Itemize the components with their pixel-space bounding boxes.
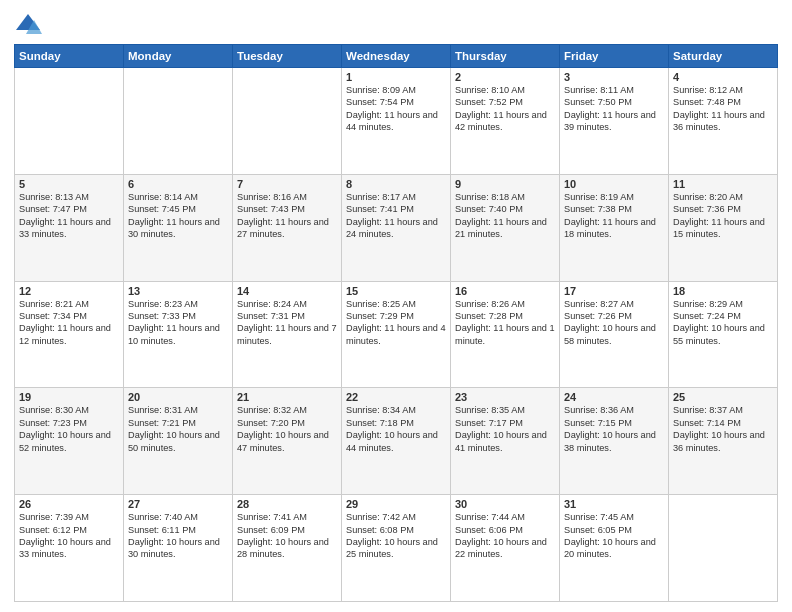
empty-cell bbox=[124, 68, 233, 175]
day-cell-14: 14Sunrise: 8:24 AMSunset: 7:31 PMDayligh… bbox=[233, 281, 342, 388]
day-number: 9 bbox=[455, 178, 555, 190]
day-cell-19: 19Sunrise: 8:30 AMSunset: 7:23 PMDayligh… bbox=[15, 388, 124, 495]
day-info: Sunrise: 7:40 AMSunset: 6:11 PMDaylight:… bbox=[128, 511, 228, 561]
day-cell-22: 22Sunrise: 8:34 AMSunset: 7:18 PMDayligh… bbox=[342, 388, 451, 495]
day-number: 11 bbox=[673, 178, 773, 190]
logo-icon bbox=[14, 10, 42, 38]
day-cell-25: 25Sunrise: 8:37 AMSunset: 7:14 PMDayligh… bbox=[669, 388, 778, 495]
weekday-header-saturday: Saturday bbox=[669, 45, 778, 68]
day-info: Sunrise: 8:09 AMSunset: 7:54 PMDaylight:… bbox=[346, 84, 446, 134]
weekday-header-wednesday: Wednesday bbox=[342, 45, 451, 68]
day-cell-4: 4Sunrise: 8:12 AMSunset: 7:48 PMDaylight… bbox=[669, 68, 778, 175]
day-number: 14 bbox=[237, 285, 337, 297]
day-info: Sunrise: 7:42 AMSunset: 6:08 PMDaylight:… bbox=[346, 511, 446, 561]
weekday-header-friday: Friday bbox=[560, 45, 669, 68]
day-info: Sunrise: 8:18 AMSunset: 7:40 PMDaylight:… bbox=[455, 191, 555, 241]
day-number: 26 bbox=[19, 498, 119, 510]
day-info: Sunrise: 8:17 AMSunset: 7:41 PMDaylight:… bbox=[346, 191, 446, 241]
day-cell-30: 30Sunrise: 7:44 AMSunset: 6:06 PMDayligh… bbox=[451, 495, 560, 602]
day-cell-9: 9Sunrise: 8:18 AMSunset: 7:40 PMDaylight… bbox=[451, 174, 560, 281]
day-info: Sunrise: 8:29 AMSunset: 7:24 PMDaylight:… bbox=[673, 298, 773, 348]
day-cell-15: 15Sunrise: 8:25 AMSunset: 7:29 PMDayligh… bbox=[342, 281, 451, 388]
empty-cell bbox=[15, 68, 124, 175]
day-info: Sunrise: 8:25 AMSunset: 7:29 PMDaylight:… bbox=[346, 298, 446, 348]
day-number: 1 bbox=[346, 71, 446, 83]
weekday-header-thursday: Thursday bbox=[451, 45, 560, 68]
week-row-2: 5Sunrise: 8:13 AMSunset: 7:47 PMDaylight… bbox=[15, 174, 778, 281]
day-number: 4 bbox=[673, 71, 773, 83]
day-cell-17: 17Sunrise: 8:27 AMSunset: 7:26 PMDayligh… bbox=[560, 281, 669, 388]
day-number: 16 bbox=[455, 285, 555, 297]
day-info: Sunrise: 8:34 AMSunset: 7:18 PMDaylight:… bbox=[346, 404, 446, 454]
day-number: 18 bbox=[673, 285, 773, 297]
day-number: 6 bbox=[128, 178, 228, 190]
empty-cell bbox=[233, 68, 342, 175]
day-number: 3 bbox=[564, 71, 664, 83]
day-info: Sunrise: 8:19 AMSunset: 7:38 PMDaylight:… bbox=[564, 191, 664, 241]
day-cell-18: 18Sunrise: 8:29 AMSunset: 7:24 PMDayligh… bbox=[669, 281, 778, 388]
day-cell-8: 8Sunrise: 8:17 AMSunset: 7:41 PMDaylight… bbox=[342, 174, 451, 281]
week-row-1: 1Sunrise: 8:09 AMSunset: 7:54 PMDaylight… bbox=[15, 68, 778, 175]
day-number: 17 bbox=[564, 285, 664, 297]
day-number: 28 bbox=[237, 498, 337, 510]
day-number: 21 bbox=[237, 391, 337, 403]
day-number: 25 bbox=[673, 391, 773, 403]
week-row-5: 26Sunrise: 7:39 AMSunset: 6:12 PMDayligh… bbox=[15, 495, 778, 602]
weekday-header-sunday: Sunday bbox=[15, 45, 124, 68]
day-number: 24 bbox=[564, 391, 664, 403]
day-cell-20: 20Sunrise: 8:31 AMSunset: 7:21 PMDayligh… bbox=[124, 388, 233, 495]
day-cell-26: 26Sunrise: 7:39 AMSunset: 6:12 PMDayligh… bbox=[15, 495, 124, 602]
day-number: 12 bbox=[19, 285, 119, 297]
weekday-header-monday: Monday bbox=[124, 45, 233, 68]
day-cell-21: 21Sunrise: 8:32 AMSunset: 7:20 PMDayligh… bbox=[233, 388, 342, 495]
day-info: Sunrise: 8:37 AMSunset: 7:14 PMDaylight:… bbox=[673, 404, 773, 454]
day-number: 10 bbox=[564, 178, 664, 190]
day-number: 29 bbox=[346, 498, 446, 510]
day-info: Sunrise: 8:10 AMSunset: 7:52 PMDaylight:… bbox=[455, 84, 555, 134]
day-cell-23: 23Sunrise: 8:35 AMSunset: 7:17 PMDayligh… bbox=[451, 388, 560, 495]
day-cell-10: 10Sunrise: 8:19 AMSunset: 7:38 PMDayligh… bbox=[560, 174, 669, 281]
day-cell-16: 16Sunrise: 8:26 AMSunset: 7:28 PMDayligh… bbox=[451, 281, 560, 388]
day-info: Sunrise: 8:20 AMSunset: 7:36 PMDaylight:… bbox=[673, 191, 773, 241]
day-cell-28: 28Sunrise: 7:41 AMSunset: 6:09 PMDayligh… bbox=[233, 495, 342, 602]
day-info: Sunrise: 7:41 AMSunset: 6:09 PMDaylight:… bbox=[237, 511, 337, 561]
day-info: Sunrise: 8:11 AMSunset: 7:50 PMDaylight:… bbox=[564, 84, 664, 134]
day-cell-1: 1Sunrise: 8:09 AMSunset: 7:54 PMDaylight… bbox=[342, 68, 451, 175]
calendar-table: SundayMondayTuesdayWednesdayThursdayFrid… bbox=[14, 44, 778, 602]
day-info: Sunrise: 8:13 AMSunset: 7:47 PMDaylight:… bbox=[19, 191, 119, 241]
logo bbox=[14, 10, 46, 38]
day-info: Sunrise: 8:24 AMSunset: 7:31 PMDaylight:… bbox=[237, 298, 337, 348]
week-row-4: 19Sunrise: 8:30 AMSunset: 7:23 PMDayligh… bbox=[15, 388, 778, 495]
day-number: 7 bbox=[237, 178, 337, 190]
day-cell-11: 11Sunrise: 8:20 AMSunset: 7:36 PMDayligh… bbox=[669, 174, 778, 281]
header bbox=[14, 10, 778, 38]
day-info: Sunrise: 8:21 AMSunset: 7:34 PMDaylight:… bbox=[19, 298, 119, 348]
day-number: 20 bbox=[128, 391, 228, 403]
day-number: 2 bbox=[455, 71, 555, 83]
day-cell-29: 29Sunrise: 7:42 AMSunset: 6:08 PMDayligh… bbox=[342, 495, 451, 602]
page: SundayMondayTuesdayWednesdayThursdayFrid… bbox=[0, 0, 792, 612]
day-info: Sunrise: 7:45 AMSunset: 6:05 PMDaylight:… bbox=[564, 511, 664, 561]
day-cell-6: 6Sunrise: 8:14 AMSunset: 7:45 PMDaylight… bbox=[124, 174, 233, 281]
week-row-3: 12Sunrise: 8:21 AMSunset: 7:34 PMDayligh… bbox=[15, 281, 778, 388]
day-number: 22 bbox=[346, 391, 446, 403]
day-info: Sunrise: 7:44 AMSunset: 6:06 PMDaylight:… bbox=[455, 511, 555, 561]
day-number: 27 bbox=[128, 498, 228, 510]
day-cell-3: 3Sunrise: 8:11 AMSunset: 7:50 PMDaylight… bbox=[560, 68, 669, 175]
day-info: Sunrise: 8:27 AMSunset: 7:26 PMDaylight:… bbox=[564, 298, 664, 348]
day-cell-7: 7Sunrise: 8:16 AMSunset: 7:43 PMDaylight… bbox=[233, 174, 342, 281]
empty-cell bbox=[669, 495, 778, 602]
day-cell-13: 13Sunrise: 8:23 AMSunset: 7:33 PMDayligh… bbox=[124, 281, 233, 388]
weekday-header-row: SundayMondayTuesdayWednesdayThursdayFrid… bbox=[15, 45, 778, 68]
day-info: Sunrise: 8:36 AMSunset: 7:15 PMDaylight:… bbox=[564, 404, 664, 454]
day-number: 30 bbox=[455, 498, 555, 510]
day-cell-12: 12Sunrise: 8:21 AMSunset: 7:34 PMDayligh… bbox=[15, 281, 124, 388]
day-number: 13 bbox=[128, 285, 228, 297]
day-info: Sunrise: 8:31 AMSunset: 7:21 PMDaylight:… bbox=[128, 404, 228, 454]
day-info: Sunrise: 8:35 AMSunset: 7:17 PMDaylight:… bbox=[455, 404, 555, 454]
day-number: 8 bbox=[346, 178, 446, 190]
day-number: 5 bbox=[19, 178, 119, 190]
day-number: 31 bbox=[564, 498, 664, 510]
day-number: 15 bbox=[346, 285, 446, 297]
day-number: 23 bbox=[455, 391, 555, 403]
